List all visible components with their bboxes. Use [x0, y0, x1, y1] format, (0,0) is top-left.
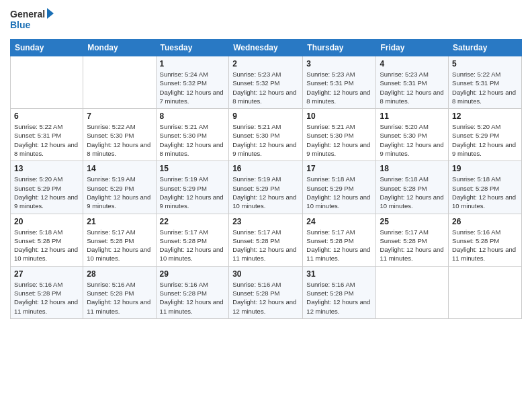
calendar-cell: 6Sunrise: 5:22 AM Sunset: 5:31 PM Daylig… — [11, 109, 83, 161]
day-number: 17 — [306, 164, 372, 173]
calendar-week-row: 27Sunrise: 5:16 AM Sunset: 5:28 PM Dayli… — [11, 266, 522, 318]
calendar-week-row: 20Sunrise: 5:18 AM Sunset: 5:28 PM Dayli… — [11, 214, 522, 266]
calendar-week-row: 1Sunrise: 5:24 AM Sunset: 5:32 PM Daylig… — [11, 56, 522, 109]
day-info: Sunrise: 5:21 AM Sunset: 5:30 PM Dayligh… — [306, 122, 372, 158]
header-day-thursday: Thursday — [303, 40, 376, 56]
calendar-cell: 28Sunrise: 5:16 AM Sunset: 5:28 PM Dayli… — [83, 266, 156, 318]
day-info: Sunrise: 5:23 AM Sunset: 5:31 PM Dayligh… — [306, 70, 372, 105]
day-info: Sunrise: 5:23 AM Sunset: 5:31 PM Dayligh… — [380, 70, 445, 105]
svg-marker-2 — [47, 8, 54, 19]
day-number: 28 — [87, 269, 152, 279]
day-number: 11 — [380, 111, 445, 121]
calendar-cell: 7Sunrise: 5:22 AM Sunset: 5:30 PM Daylig… — [83, 109, 156, 161]
day-info: Sunrise: 5:17 AM Sunset: 5:28 PM Dayligh… — [232, 228, 299, 263]
calendar-cell: 1Sunrise: 5:24 AM Sunset: 5:32 PM Daylig… — [156, 56, 229, 109]
day-number: 4 — [380, 59, 445, 68]
calendar-cell: 5Sunrise: 5:22 AM Sunset: 5:31 PM Daylig… — [449, 56, 522, 109]
day-number: 19 — [452, 164, 518, 173]
day-number: 31 — [306, 269, 372, 279]
calendar-cell: 27Sunrise: 5:16 AM Sunset: 5:28 PM Dayli… — [11, 266, 83, 318]
calendar-cell: 3Sunrise: 5:23 AM Sunset: 5:31 PM Daylig… — [303, 56, 376, 109]
day-number: 27 — [14, 269, 79, 279]
day-number: 15 — [160, 164, 226, 173]
day-info: Sunrise: 5:18 AM Sunset: 5:28 PM Dayligh… — [14, 228, 79, 263]
day-number: 1 — [160, 59, 226, 68]
day-info: Sunrise: 5:17 AM Sunset: 5:28 PM Dayligh… — [380, 228, 445, 263]
calendar-cell: 21Sunrise: 5:17 AM Sunset: 5:28 PM Dayli… — [83, 214, 156, 266]
calendar-cell: 20Sunrise: 5:18 AM Sunset: 5:28 PM Dayli… — [11, 214, 83, 266]
day-info: Sunrise: 5:18 AM Sunset: 5:29 PM Dayligh… — [306, 175, 372, 210]
day-info: Sunrise: 5:19 AM Sunset: 5:29 PM Dayligh… — [232, 175, 299, 210]
header-day-saturday: Saturday — [449, 40, 522, 56]
day-number: 29 — [160, 269, 226, 279]
calendar-cell: 9Sunrise: 5:21 AM Sunset: 5:30 PM Daylig… — [229, 109, 303, 161]
page-container: GeneralBlue SundayMondayTuesdayWednesday… — [0, 0, 532, 411]
day-info: Sunrise: 5:19 AM Sunset: 5:29 PM Dayligh… — [87, 175, 152, 210]
calendar-cell: 25Sunrise: 5:17 AM Sunset: 5:28 PM Dayli… — [376, 214, 449, 266]
day-number: 18 — [380, 164, 445, 173]
calendar-cell: 22Sunrise: 5:17 AM Sunset: 5:28 PM Dayli… — [156, 214, 229, 266]
logo-svg: GeneralBlue — [10, 7, 57, 34]
day-info: Sunrise: 5:22 AM Sunset: 5:31 PM Dayligh… — [452, 70, 518, 105]
day-number: 30 — [232, 269, 299, 279]
day-info: Sunrise: 5:24 AM Sunset: 5:32 PM Dayligh… — [160, 70, 226, 105]
day-info: Sunrise: 5:17 AM Sunset: 5:28 PM Dayligh… — [87, 228, 152, 263]
day-number: 14 — [87, 164, 152, 173]
calendar-cell: 4Sunrise: 5:23 AM Sunset: 5:31 PM Daylig… — [376, 56, 449, 109]
svg-text:Blue: Blue — [10, 19, 31, 30]
calendar-header-row: SundayMondayTuesdayWednesdayThursdayFrid… — [11, 40, 522, 56]
day-info: Sunrise: 5:21 AM Sunset: 5:30 PM Dayligh… — [160, 122, 226, 158]
calendar-cell: 8Sunrise: 5:21 AM Sunset: 5:30 PM Daylig… — [156, 109, 229, 161]
calendar-cell — [449, 266, 522, 318]
day-number: 26 — [452, 217, 518, 226]
calendar-week-row: 6Sunrise: 5:22 AM Sunset: 5:31 PM Daylig… — [11, 109, 522, 161]
day-number: 2 — [232, 59, 299, 68]
day-number: 23 — [232, 217, 299, 226]
calendar-cell: 10Sunrise: 5:21 AM Sunset: 5:30 PM Dayli… — [303, 109, 376, 161]
day-info: Sunrise: 5:16 AM Sunset: 5:28 PM Dayligh… — [87, 280, 152, 316]
day-info: Sunrise: 5:22 AM Sunset: 5:30 PM Dayligh… — [87, 122, 152, 158]
calendar-cell — [83, 56, 156, 109]
calendar-cell: 17Sunrise: 5:18 AM Sunset: 5:29 PM Dayli… — [303, 161, 376, 214]
calendar-cell: 18Sunrise: 5:18 AM Sunset: 5:28 PM Dayli… — [376, 161, 449, 214]
calendar-week-row: 13Sunrise: 5:20 AM Sunset: 5:29 PM Dayli… — [11, 161, 522, 214]
day-info: Sunrise: 5:20 AM Sunset: 5:29 PM Dayligh… — [452, 122, 518, 158]
day-number: 7 — [87, 111, 152, 121]
day-number: 5 — [452, 59, 518, 68]
calendar-cell: 24Sunrise: 5:17 AM Sunset: 5:28 PM Dayli… — [303, 214, 376, 266]
day-info: Sunrise: 5:20 AM Sunset: 5:30 PM Dayligh… — [380, 122, 445, 158]
calendar-cell: 29Sunrise: 5:16 AM Sunset: 5:28 PM Dayli… — [156, 266, 229, 318]
day-number: 16 — [232, 164, 299, 173]
day-number: 8 — [160, 111, 226, 121]
day-info: Sunrise: 5:16 AM Sunset: 5:28 PM Dayligh… — [160, 280, 226, 316]
day-number: 20 — [14, 217, 79, 226]
day-number: 12 — [452, 111, 518, 121]
day-info: Sunrise: 5:18 AM Sunset: 5:28 PM Dayligh… — [380, 175, 445, 210]
calendar-cell: 13Sunrise: 5:20 AM Sunset: 5:29 PM Dayli… — [11, 161, 83, 214]
calendar-cell: 30Sunrise: 5:16 AM Sunset: 5:28 PM Dayli… — [229, 266, 303, 318]
day-info: Sunrise: 5:19 AM Sunset: 5:29 PM Dayligh… — [160, 175, 226, 210]
day-number: 24 — [306, 217, 372, 226]
calendar-cell — [376, 266, 449, 318]
day-info: Sunrise: 5:16 AM Sunset: 5:28 PM Dayligh… — [14, 280, 79, 316]
calendar-cell: 23Sunrise: 5:17 AM Sunset: 5:28 PM Dayli… — [229, 214, 303, 266]
calendar-table: SundayMondayTuesdayWednesdayThursdayFrid… — [10, 39, 522, 319]
day-info: Sunrise: 5:16 AM Sunset: 5:28 PM Dayligh… — [232, 280, 299, 316]
header-day-wednesday: Wednesday — [229, 40, 303, 56]
logo: GeneralBlue — [10, 7, 57, 34]
day-number: 22 — [160, 217, 226, 226]
calendar-cell: 26Sunrise: 5:16 AM Sunset: 5:28 PM Dayli… — [449, 214, 522, 266]
calendar-cell: 16Sunrise: 5:19 AM Sunset: 5:29 PM Dayli… — [229, 161, 303, 214]
day-number: 10 — [306, 111, 372, 121]
header-day-tuesday: Tuesday — [156, 40, 229, 56]
calendar-cell: 31Sunrise: 5:16 AM Sunset: 5:28 PM Dayli… — [303, 266, 376, 318]
calendar-cell: 15Sunrise: 5:19 AM Sunset: 5:29 PM Dayli… — [156, 161, 229, 214]
day-info: Sunrise: 5:16 AM Sunset: 5:28 PM Dayligh… — [306, 280, 372, 316]
day-info: Sunrise: 5:17 AM Sunset: 5:28 PM Dayligh… — [306, 228, 372, 263]
calendar-cell — [11, 56, 83, 109]
day-number: 25 — [380, 217, 445, 226]
header: GeneralBlue — [10, 7, 522, 34]
day-info: Sunrise: 5:18 AM Sunset: 5:28 PM Dayligh… — [452, 175, 518, 210]
day-info: Sunrise: 5:22 AM Sunset: 5:31 PM Dayligh… — [14, 122, 79, 158]
svg-text:General: General — [10, 9, 45, 19]
